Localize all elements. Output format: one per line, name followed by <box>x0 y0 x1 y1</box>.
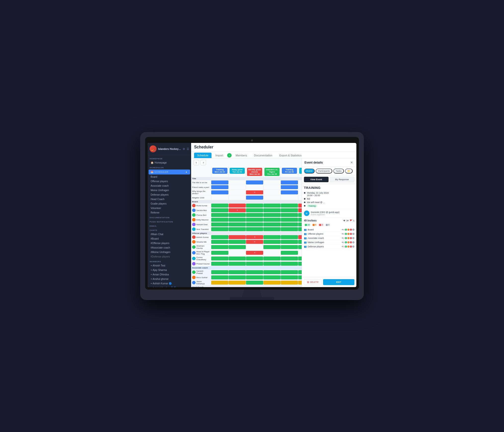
sidebar-item-board[interactable]: Board <box>149 175 190 179</box>
cal-cell[interactable] <box>281 257 298 260</box>
cal-cell[interactable] <box>228 240 246 244</box>
cal-cell[interactable] <box>228 222 246 226</box>
settings-icon[interactable]: ⚙ <box>183 147 185 151</box>
cal-cell[interactable] <box>228 227 246 231</box>
cal-cell[interactable] <box>246 227 263 231</box>
cal-cell[interactable] <box>246 257 263 260</box>
cal-cell[interactable] <box>298 281 302 285</box>
cal-cell[interactable]: ✕ <box>246 251 263 255</box>
cal-cell[interactable] <box>298 257 302 260</box>
cal-cell[interactable] <box>263 262 281 266</box>
cal-cell[interactable] <box>228 218 246 222</box>
tab-event[interactable]: Event <box>304 169 315 173</box>
cal-cell[interactable]: ✕ <box>246 190 263 194</box>
sidebar-item-member-1[interactable]: + Ahsish Test <box>149 263 190 268</box>
cal-cell[interactable] <box>246 204 263 208</box>
sidebar-item-associate[interactable]: Associate coach <box>149 184 190 188</box>
cal-cell[interactable] <box>281 240 298 244</box>
sidebar-item-member-6[interactable]: + Ashish Viradiya 🔵🔵 <box>149 286 190 287</box>
cal-cell[interactable] <box>211 218 228 222</box>
cal-cell[interactable] <box>263 235 281 239</box>
sidebar-item-referee[interactable]: Referee <box>149 211 190 215</box>
cal-cell[interactable] <box>263 227 281 231</box>
cal-cell[interactable] <box>211 235 228 239</box>
sidebar-item-associate-chat[interactable]: #Associate coach <box>149 246 190 250</box>
sidebar-item-volunteer[interactable]: Volunteer <box>149 206 190 210</box>
delete-button[interactable]: 🗑 DELETE <box>304 279 322 285</box>
cal-cell[interactable] <box>246 208 263 212</box>
sidebar-item-member-5[interactable]: + Ashish Kumar 🔵 <box>149 281 190 286</box>
cal-cell[interactable] <box>263 245 281 249</box>
cal-cell[interactable] <box>228 235 246 239</box>
cal-cell[interactable] <box>263 270 281 274</box>
cal-cell[interactable] <box>298 227 302 231</box>
tab-documentation[interactable]: Documentation <box>251 153 275 158</box>
cal-cell[interactable] <box>228 281 246 285</box>
tab-folder[interactable]: 📁 <box>345 169 353 173</box>
cal-cell[interactable] <box>298 222 302 226</box>
cal-cell[interactable] <box>281 180 298 184</box>
cal-cell[interactable] <box>298 275 302 279</box>
cal-cell[interactable] <box>211 208 228 212</box>
cal-cell[interactable] <box>246 270 263 274</box>
cal-cell[interactable] <box>211 270 228 274</box>
cal-cell[interactable] <box>211 275 228 279</box>
cal-cell[interactable] <box>263 257 281 260</box>
cal-cell[interactable] <box>211 222 228 226</box>
cal-cell[interactable] <box>211 262 228 266</box>
cal-cell[interactable]: ✕ <box>246 235 263 239</box>
cal-cell[interactable] <box>281 245 298 249</box>
cal-cell[interactable] <box>228 204 246 208</box>
cal-cell[interactable] <box>211 185 228 189</box>
close-button[interactable]: ✕ <box>349 160 354 165</box>
cal-cell[interactable] <box>281 204 298 208</box>
cal-cell[interactable] <box>246 262 263 266</box>
cal-cell[interactable] <box>246 196 263 200</box>
prev-button[interactable]: ‹ <box>194 160 199 165</box>
cal-cell[interactable] <box>228 275 246 279</box>
cal-cell[interactable] <box>281 213 298 217</box>
cal-cell[interactable] <box>298 240 302 244</box>
cal-cell[interactable] <box>246 275 263 279</box>
tab-schedule[interactable]: Schedule <box>194 153 211 158</box>
sidebar-item-homepage[interactable]: 🏠 Homepage <box>149 161 190 165</box>
cal-cell[interactable] <box>281 281 298 285</box>
sidebar-item-scheduler[interactable]: 📅 SCHEDULER + <box>149 170 190 174</box>
my-response-button[interactable]: My Response <box>330 177 355 182</box>
cal-cell[interactable] <box>246 222 263 226</box>
sidebar-item-main-chat[interactable]: #Main Chat <box>149 232 190 236</box>
tab-members[interactable]: Members <box>233 153 250 158</box>
cal-cell[interactable] <box>281 208 298 212</box>
cal-cell[interactable] <box>281 185 298 189</box>
next-button[interactable]: › <box>201 160 206 165</box>
cal-cell[interactable] <box>281 270 298 274</box>
cal-cell[interactable] <box>281 222 298 226</box>
cal-cell[interactable] <box>298 204 302 208</box>
cal-cell[interactable] <box>281 227 298 231</box>
cal-cell[interactable]: ✕ <box>228 208 246 212</box>
cal-cell[interactable] <box>228 262 246 266</box>
tab-export[interactable]: Export & Statistics <box>276 153 304 158</box>
sidebar-item-defense-chat[interactable]: #Defense players <box>149 255 190 259</box>
tab-import[interactable]: Import <box>212 153 226 158</box>
sidebar-item-goalie[interactable]: Goalie players <box>149 202 190 206</box>
cal-cell[interactable] <box>211 281 228 285</box>
sidebar-item-member-2[interactable]: + Ajay Sharma <box>149 268 190 272</box>
cal-cell[interactable] <box>281 235 298 239</box>
sidebar-item-umfragen-chat[interactable]: #Meine Umfragen <box>149 250 190 254</box>
cal-cell[interactable] <box>228 270 246 274</box>
cal-cell[interactable] <box>211 204 228 208</box>
cal-cell[interactable]: ✕ <box>246 240 263 244</box>
menu-icon[interactable]: ☰ <box>187 147 189 151</box>
cal-cell[interactable] <box>211 180 228 184</box>
cal-cell[interactable] <box>263 218 281 222</box>
tab-tasks[interactable]: Tasks <box>333 169 344 173</box>
cal-cell[interactable] <box>298 218 302 222</box>
cal-cell[interactable] <box>298 235 302 239</box>
cal-cell[interactable] <box>211 227 228 231</box>
add-scheduler-button[interactable]: + <box>185 170 188 174</box>
cal-cell[interactable] <box>228 213 246 217</box>
cal-cell[interactable] <box>211 190 228 194</box>
cal-cell[interactable] <box>211 257 228 260</box>
cal-cell[interactable] <box>281 218 298 222</box>
